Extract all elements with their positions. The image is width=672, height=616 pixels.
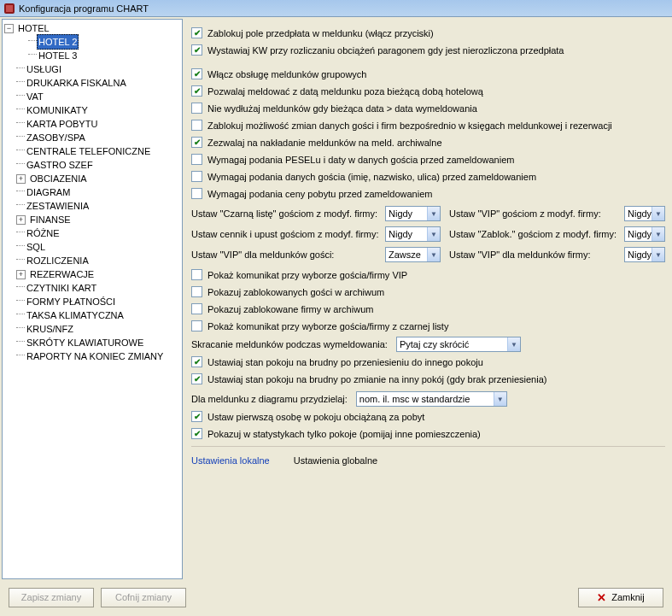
select-block-guest[interactable]: Nigdy▼ xyxy=(624,226,665,242)
tree-item[interactable]: USŁUGI xyxy=(3,62,182,76)
tree-item[interactable]: RÓŻNE xyxy=(3,226,182,240)
setting-label: Wymagaj podania ceny pobytu przed zameld… xyxy=(207,189,432,199)
tree-item[interactable]: KRUS/NFZ xyxy=(3,322,182,336)
tree-item[interactable]: DRUKARKA FISKALNA xyxy=(3,76,182,90)
tree-label: OBCIAZENIA xyxy=(28,172,89,185)
label: Ustaw "VIP" dla meldunków firmy: xyxy=(444,249,621,260)
tree-label: HOTEL 3 xyxy=(37,49,79,62)
expand-icon[interactable]: + xyxy=(16,215,26,225)
setting-row: Wymagaj podania ceny pobytu przed zameld… xyxy=(191,186,665,201)
tree-item[interactable]: +OBCIAZENIA xyxy=(3,172,182,185)
setting-row: Włącz obsługę meldunków grupowych xyxy=(191,67,665,81)
tree-item[interactable]: ZASOBY/SPA xyxy=(3,131,182,144)
checkbox[interactable] xyxy=(191,320,202,331)
collapse-icon[interactable]: − xyxy=(4,24,14,33)
select-vip-checkin-firm[interactable]: Nigdy▼ xyxy=(624,247,665,262)
checkbox[interactable] xyxy=(191,27,202,38)
checkbox[interactable] xyxy=(191,303,202,314)
checkbox[interactable] xyxy=(191,171,202,182)
checkbox[interactable] xyxy=(191,356,202,367)
tree-item-hotel3[interactable]: HOTEL 3 xyxy=(3,49,182,62)
checkbox[interactable] xyxy=(191,44,202,56)
setting-label: Pokazuj zablokowanych gości w archiwum xyxy=(207,287,384,297)
tree-item[interactable]: +FINANSE xyxy=(3,213,182,226)
checkbox[interactable] xyxy=(191,188,202,199)
setting-label: Pozwalaj meldować z datą meldunku poza b… xyxy=(207,86,483,97)
tree-item[interactable]: DIAGRAM xyxy=(3,185,182,199)
tree-label: KOMUNIKATY xyxy=(25,103,90,117)
checkbox[interactable] xyxy=(191,411,202,422)
setting-row: Wystawiaj KW przy rozliczaniu obciążeń p… xyxy=(191,43,665,57)
chevron-down-icon: ▼ xyxy=(652,207,664,220)
setting-row: Pokazuj w statystykach tylko pokoje (pom… xyxy=(191,426,665,441)
tree-label: RÓŻNE xyxy=(25,226,61,240)
app-icon xyxy=(3,3,15,15)
checkbox[interactable] xyxy=(191,154,202,165)
tree-label: HOTEL xyxy=(16,21,51,35)
tree-item[interactable]: CENTRALE TELEFONICZNE xyxy=(3,144,182,158)
chevron-down-icon: ▼ xyxy=(652,227,664,241)
tree-item[interactable]: +REZERWACJE xyxy=(3,267,182,281)
tree-item[interactable]: KARTA POBYTU xyxy=(3,117,182,131)
checkbox[interactable] xyxy=(191,373,202,384)
label: Ustaw cennik i upust gościom z modyf. fi… xyxy=(191,229,382,239)
setting-row: Zablokuj możliwość zmian danych gości i … xyxy=(191,118,665,132)
checkbox[interactable] xyxy=(191,428,202,439)
checkbox[interactable] xyxy=(191,269,202,280)
select-vip-checkin-guest[interactable]: Zawsze▼ xyxy=(385,247,441,262)
tree-item[interactable]: VAT xyxy=(3,90,182,103)
tree-item-hotel[interactable]: − HOTEL xyxy=(3,21,182,35)
setting-row: Wymagaj podania PESELu i daty w danych g… xyxy=(191,152,665,167)
checkbox[interactable] xyxy=(191,137,202,148)
nav-tree[interactable]: − HOTEL HOTEL 2 HOTEL 3 USŁUGIDRUKARKA F… xyxy=(2,19,183,579)
tree-item[interactable]: ROZLICZENIA xyxy=(3,254,182,267)
label-assign: Dla meldunku z diagramu przydzielaj: xyxy=(191,394,348,404)
tree-item[interactable]: FORMY PŁATNOŚCI xyxy=(3,295,182,308)
tree-item[interactable]: GASTRO SZEF xyxy=(3,158,182,172)
setting-label: Pokazuj w statystykach tylko pokoje (pom… xyxy=(207,429,481,439)
tree-item[interactable]: RAPORTY NA KONIEC ZMIANY xyxy=(3,349,182,363)
select-blacklist-guest[interactable]: Nigdy▼ xyxy=(385,206,441,221)
setting-row: Zezwalaj na nakładanie meldunków na meld… xyxy=(191,135,665,150)
tab-global-settings[interactable]: Ustawienia globalne xyxy=(294,455,377,466)
select-assign[interactable]: nom. il. msc w standardzie▼ xyxy=(356,391,507,407)
checkbox[interactable] xyxy=(191,120,202,131)
select-shorten[interactable]: Pytaj czy skrócić▼ xyxy=(396,337,521,352)
tree-item[interactable]: TAKSA KLIMATYCZNA xyxy=(3,308,182,322)
tree-item[interactable]: SQL xyxy=(3,240,182,254)
checkbox[interactable] xyxy=(191,68,202,79)
tree-label: HOTEL 2 xyxy=(37,34,79,50)
checkbox[interactable] xyxy=(191,85,202,97)
setting-label: Wymagaj podania danych gościa (imię, naz… xyxy=(207,172,536,182)
chevron-down-icon: ▼ xyxy=(427,207,440,220)
label: Ustaw "VIP" dla meldunków gości: xyxy=(191,249,382,260)
tree-item[interactable]: SKRÓTY KLAWIATUROWE xyxy=(3,336,182,349)
tree-label: RAPORTY NA KONIEC ZMIANY xyxy=(25,349,165,363)
expand-icon[interactable]: + xyxy=(16,174,26,184)
close-icon: ✕ xyxy=(597,591,606,604)
setting-label: Zablokuj pole przedpłata w meldunku (włą… xyxy=(207,28,434,38)
tree-item[interactable]: CZYTNIKI KART xyxy=(3,281,182,295)
label-shorten: Skracanie meldunków podczas wymeldowania… xyxy=(191,339,388,349)
select-pricelist-guest[interactable]: Nigdy▼ xyxy=(385,226,441,242)
tree-item-hotel2[interactable]: HOTEL 2 xyxy=(3,35,182,49)
expand-icon[interactable]: + xyxy=(16,270,26,279)
tree-label: CENTRALE TELEFONICZNE xyxy=(25,144,152,158)
setting-label: Wystawiaj KW przy rozliczaniu obciążeń p… xyxy=(207,45,564,56)
undo-button[interactable]: Cofnij zmiany xyxy=(101,588,186,607)
tab-local-settings[interactable]: Ustawienia lokalne xyxy=(191,455,270,466)
tree-label: VAT xyxy=(25,90,45,103)
setting-row: Nie wydłużaj meldunków gdy bieżąca data … xyxy=(191,101,665,115)
tree-label: ZESTAWIENIA xyxy=(25,199,91,213)
chevron-down-icon: ▼ xyxy=(427,248,440,261)
checkbox[interactable] xyxy=(191,103,202,114)
select-vip-guest[interactable]: Nigdy▼ xyxy=(624,206,665,221)
save-button[interactable]: Zapisz zmiany xyxy=(9,588,94,607)
setting-row: Pokazuj zablokowanych gości w archiwum xyxy=(191,285,665,299)
close-button[interactable]: ✕ Zamknij xyxy=(578,588,663,607)
checkbox[interactable] xyxy=(191,286,202,297)
setting-label: Pokazuj zablokowane firmy w archiwum xyxy=(207,304,373,314)
tree-item[interactable]: KOMUNIKATY xyxy=(3,103,182,117)
tree-label: FORMY PŁATNOŚCI xyxy=(25,295,117,308)
tree-item[interactable]: ZESTAWIENIA xyxy=(3,199,182,213)
